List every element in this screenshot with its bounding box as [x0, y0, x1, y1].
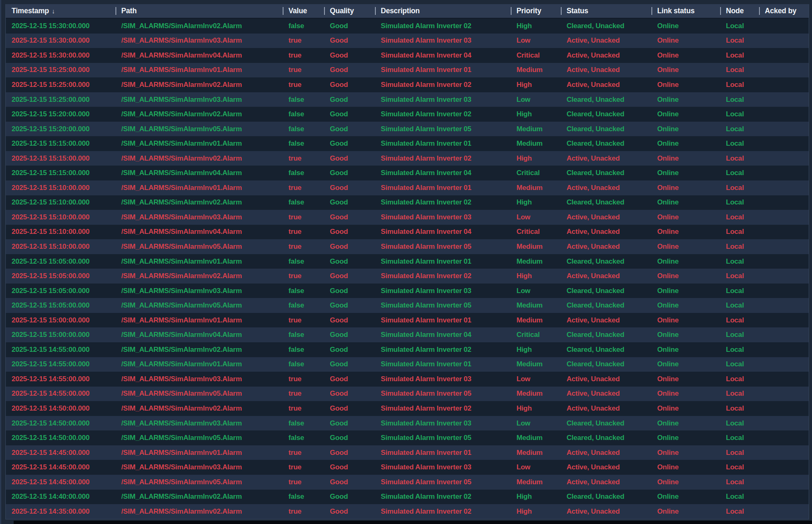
column-header-label: Priority: [517, 7, 541, 15]
table-row[interactable]: 2025-12-15 15:15:00.000/SIM_ALARMS/SimAl…: [6, 151, 809, 166]
table-row[interactable]: 2025-12-15 15:25:00.000/SIM_ALARMS/SimAl…: [6, 77, 809, 92]
cell-link_status: Online: [651, 313, 720, 328]
cell-value: true: [283, 475, 324, 490]
column-header-link_status[interactable]: Link status: [651, 4, 720, 18]
column-header-path[interactable]: Path: [115, 4, 283, 18]
cell-description: Simulated Alarm Inverter 03: [375, 416, 511, 431]
alarm-journal-screen: Timestamp↓PathValueQualityDescriptionPri…: [0, 0, 812, 524]
horizontal-scrollbar-thumb[interactable]: [14, 521, 812, 524]
table-row[interactable]: 2025-12-15 15:00:00.000/SIM_ALARMS/SimAl…: [6, 327, 809, 342]
cell-path: /SIM_ALARMS/SimAlarmInv02.Alarm: [115, 342, 283, 357]
table-row[interactable]: 2025-12-15 15:15:00.000/SIM_ALARMS/SimAl…: [6, 166, 809, 180]
column-header-description[interactable]: Description: [375, 4, 511, 18]
cell-status: Active, Unacked: [561, 269, 651, 284]
cell-priority: Medium: [511, 136, 561, 151]
cell-path: /SIM_ALARMS/SimAlarmInv05.Alarm: [115, 430, 283, 445]
cell-quality: Good: [324, 269, 375, 284]
cell-priority: Critical: [511, 327, 561, 342]
cell-link_status: Online: [651, 136, 720, 151]
cell-value: false: [283, 416, 324, 431]
column-header-node[interactable]: Node: [720, 4, 759, 18]
cell-acked_by: [759, 490, 809, 505]
table-row[interactable]: 2025-12-15 15:15:00.000/SIM_ALARMS/SimAl…: [6, 136, 809, 151]
table-row[interactable]: 2025-12-15 14:55:00.000/SIM_ALARMS/SimAl…: [6, 342, 809, 357]
cell-value: true: [283, 48, 324, 63]
cell-quality: Good: [324, 166, 375, 180]
cell-node: Local: [720, 416, 759, 431]
cell-node: Local: [720, 504, 759, 519]
cell-timestamp: 2025-12-15 15:10:00.000: [6, 195, 115, 210]
table-row[interactable]: 2025-12-15 14:55:00.000/SIM_ALARMS/SimAl…: [6, 357, 809, 372]
table-row[interactable]: 2025-12-15 15:05:00.000/SIM_ALARMS/SimAl…: [6, 284, 809, 298]
cell-description: Simulated Alarm Inverter 05: [375, 298, 511, 313]
table-row[interactable]: 2025-12-15 15:25:00.000/SIM_ALARMS/SimAl…: [6, 92, 809, 107]
table-row[interactable]: 2025-12-15 15:30:00.000/SIM_ALARMS/SimAl…: [6, 48, 809, 63]
table-row[interactable]: 2025-12-15 15:05:00.000/SIM_ALARMS/SimAl…: [6, 269, 809, 284]
table-row[interactable]: 2025-12-15 15:10:00.000/SIM_ALARMS/SimAl…: [6, 180, 809, 195]
cell-priority: Medium: [511, 357, 561, 372]
table-row[interactable]: 2025-12-15 14:45:00.000/SIM_ALARMS/SimAl…: [6, 460, 809, 475]
cell-quality: Good: [324, 313, 375, 328]
table-row[interactable]: 2025-12-15 15:00:00.000/SIM_ALARMS/SimAl…: [6, 313, 809, 328]
cell-priority: High: [511, 77, 561, 92]
table-row[interactable]: 2025-12-15 14:50:00.000/SIM_ALARMS/SimAl…: [6, 401, 809, 416]
table-row[interactable]: 2025-12-15 14:45:00.000/SIM_ALARMS/SimAl…: [6, 445, 809, 460]
cell-timestamp: 2025-12-15 14:50:00.000: [6, 416, 115, 431]
table-row[interactable]: 2025-12-15 15:30:00.000/SIM_ALARMS/SimAl…: [6, 19, 809, 34]
cell-value: true: [283, 313, 324, 328]
table-row[interactable]: 2025-12-15 15:10:00.000/SIM_ALARMS/SimAl…: [6, 210, 809, 225]
cell-acked_by: [759, 357, 809, 372]
table-row[interactable]: 2025-12-15 14:55:00.000/SIM_ALARMS/SimAl…: [6, 387, 809, 401]
table-row[interactable]: 2025-12-15 14:45:00.000/SIM_ALARMS/SimAl…: [6, 475, 809, 490]
column-header-status[interactable]: Status: [561, 4, 651, 18]
table-row[interactable]: 2025-12-15 15:10:00.000/SIM_ALARMS/SimAl…: [6, 239, 809, 254]
alarm-table: Timestamp↓PathValueQualityDescriptionPri…: [5, 4, 809, 519]
column-header-label: Value: [288, 7, 307, 15]
cell-priority: Critical: [511, 48, 561, 63]
cell-priority: High: [511, 504, 561, 519]
cell-priority: High: [511, 490, 561, 505]
cell-priority: Medium: [511, 313, 561, 328]
cell-link_status: Online: [651, 372, 720, 387]
table-row[interactable]: 2025-12-15 15:20:00.000/SIM_ALARMS/SimAl…: [6, 122, 809, 137]
table-row[interactable]: 2025-12-15 15:10:00.000/SIM_ALARMS/SimAl…: [6, 195, 809, 210]
table-row[interactable]: 2025-12-15 14:50:00.000/SIM_ALARMS/SimAl…: [6, 430, 809, 445]
table-row[interactable]: 2025-12-15 15:05:00.000/SIM_ALARMS/SimAl…: [6, 298, 809, 313]
table-row[interactable]: 2025-12-15 14:50:00.000/SIM_ALARMS/SimAl…: [6, 416, 809, 431]
cell-path: /SIM_ALARMS/SimAlarmInv04.Alarm: [115, 166, 283, 180]
table-row[interactable]: 2025-12-15 14:40:00.000/SIM_ALARMS/SimAl…: [6, 490, 809, 505]
cell-value: false: [283, 254, 324, 269]
cell-status: Cleared, Unacked: [561, 195, 651, 210]
column-header-acked_by[interactable]: Acked by: [759, 4, 809, 18]
cell-status: Active, Unacked: [561, 445, 651, 460]
cell-description: Simulated Alarm Inverter 04: [375, 225, 511, 240]
cell-quality: Good: [324, 77, 375, 92]
cell-acked_by: [759, 19, 809, 34]
cell-path: /SIM_ALARMS/SimAlarmInv02.Alarm: [115, 401, 283, 416]
cell-timestamp: 2025-12-15 14:35:00.000: [6, 504, 115, 519]
cell-link_status: Online: [651, 284, 720, 298]
table-row[interactable]: 2025-12-15 15:20:00.000/SIM_ALARMS/SimAl…: [6, 107, 809, 122]
cell-node: Local: [720, 151, 759, 166]
cell-link_status: Online: [651, 195, 720, 210]
table-row[interactable]: 2025-12-15 15:30:00.000/SIM_ALARMS/SimAl…: [6, 34, 809, 48]
horizontal-scrollbar[interactable]: [5, 521, 812, 524]
cell-node: Local: [720, 122, 759, 137]
table-row[interactable]: 2025-12-15 15:10:00.000/SIM_ALARMS/SimAl…: [6, 225, 809, 240]
cell-acked_by: [759, 239, 809, 254]
table-row[interactable]: 2025-12-15 15:05:00.000/SIM_ALARMS/SimAl…: [6, 254, 809, 269]
cell-node: Local: [720, 430, 759, 445]
table-row[interactable]: 2025-12-15 14:35:00.000/SIM_ALARMS/SimAl…: [6, 504, 809, 519]
column-header-quality[interactable]: Quality: [324, 4, 375, 18]
cell-status: Active, Unacked: [561, 225, 651, 240]
table-row[interactable]: 2025-12-15 14:55:00.000/SIM_ALARMS/SimAl…: [6, 372, 809, 387]
cell-description: Simulated Alarm Inverter 01: [375, 254, 511, 269]
cell-link_status: Online: [651, 269, 720, 284]
column-header-priority[interactable]: Priority: [511, 4, 561, 18]
cell-link_status: Online: [651, 166, 720, 180]
table-row[interactable]: 2025-12-15 15:25:00.000/SIM_ALARMS/SimAl…: [6, 63, 809, 78]
cell-quality: Good: [324, 430, 375, 445]
column-header-value[interactable]: Value: [283, 4, 324, 18]
column-header-timestamp[interactable]: Timestamp↓: [6, 4, 115, 18]
cell-acked_by: [759, 92, 809, 107]
